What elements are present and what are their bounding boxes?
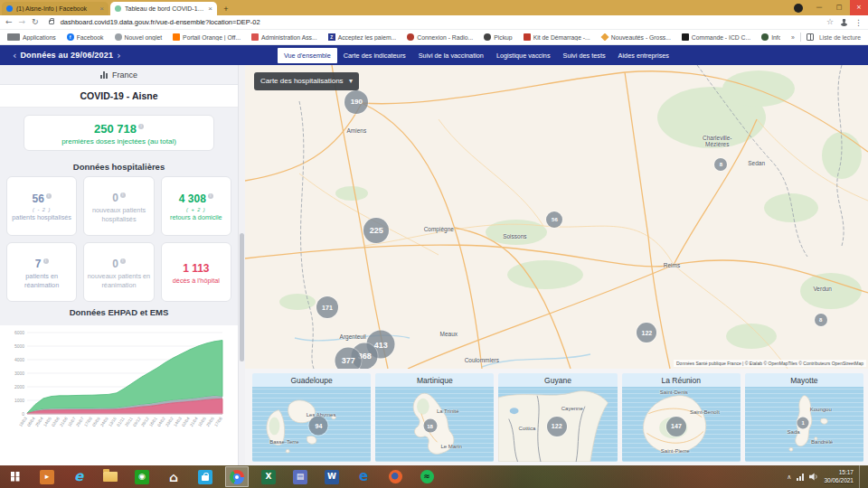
volume-icon[interactable] [809, 473, 818, 481]
system-tray: ∧ 15:17 30/06/2021 [787, 465, 864, 488]
map-bubble[interactable]: 122 [637, 323, 656, 343]
sidebar-scrollbar[interactable] [238, 65, 245, 465]
browser-titlebar: (1) Aisne-Info | Facebook×Tableau de bor… [0, 0, 868, 15]
map-bubble[interactable]: 190 [344, 90, 368, 114]
tab-vue-d-ensemble[interactable]: Vue d'ensemble [278, 48, 337, 63]
info-icon[interactable]: i [120, 192, 126, 198]
network-icon[interactable] [797, 474, 804, 481]
tab-logistique-vaccins[interactable]: Logistique vaccins [490, 48, 557, 63]
info-icon[interactable]: i [43, 258, 49, 264]
main-map[interactable]: AmiensCompiègneSoissonsReimsCharleville-… [245, 65, 868, 369]
overseas-map-body[interactable]: Les AbymesBasse-Terre94 [252, 387, 371, 462]
edge-icon[interactable]: e [352, 466, 375, 487]
excel-icon[interactable]: X [257, 466, 280, 487]
bookmark-star-icon[interactable]: ☆ [826, 18, 834, 26]
overseas-map-body[interactable]: CayenneCottica122 [498, 387, 617, 462]
browser-tab[interactable]: Tableau de bord COVID-19 Suivi× [110, 2, 217, 15]
bookmark-item[interactable]: Portail Orange | Off... [173, 33, 241, 41]
map-bubble[interactable]: 18 [423, 419, 437, 433]
minimize-button[interactable]: — [810, 0, 828, 15]
profile-avatar[interactable] [794, 4, 803, 13]
map-bubble[interactable]: 122 [547, 417, 567, 436]
info-icon[interactable]: i [208, 193, 213, 199]
current-date-label: Données au 29/06/2021 [20, 51, 113, 60]
next-date-button[interactable]: › [113, 51, 124, 61]
tab-suivi-de-la-vaccination[interactable]: Suivi de la vaccination [412, 48, 490, 63]
profile-icon[interactable] [840, 18, 848, 26]
map-city-label: Charleville-Mézières [694, 135, 740, 147]
tab-close-icon[interactable]: × [208, 5, 212, 13]
photos-app-icon[interactable]: ◉ [130, 466, 154, 487]
video-app-icon[interactable]: ▸ [35, 466, 59, 487]
map-layer-selector[interactable]: Carte des hospitalisations ▾ [254, 72, 359, 90]
info-icon[interactable]: i [138, 124, 144, 129]
word-icon[interactable]: W [320, 466, 344, 487]
store-icon[interactable] [193, 466, 217, 487]
browser-tab[interactable]: (1) Aisne-Info | Facebook× [2, 2, 108, 15]
bookmark-favicon: Z [328, 33, 335, 41]
overseas-map-body[interactable]: La TrinitéLe Marin18 [375, 387, 494, 462]
internet-explorer-icon[interactable]: e [67, 466, 90, 487]
overseas-map-mayotte[interactable]: MayotteKoungouSadaBandrélé1 [745, 373, 863, 462]
bookmark-item[interactable]: Connexion - Radio... [407, 33, 473, 41]
back-icon[interactable]: ← [5, 18, 13, 26]
overseas-map-guadeloupe[interactable]: GuadeloupeLes AbymesBasse-Terre94 [252, 373, 371, 462]
ehpad-section-title: Données EHPAD et EMS [0, 302, 238, 322]
firefox-icon[interactable] [383, 466, 407, 487]
url-field[interactable]: dashboard.covid19.data.gouv.fr/vue-d-ens… [61, 18, 820, 26]
forward-icon[interactable]: → [19, 18, 26, 26]
tab-carte-des-indicateurs[interactable]: Carte des indicateurs [337, 48, 412, 63]
tab-suivi-des-tests[interactable]: Suivi des tests [557, 48, 612, 63]
overseas-map-la-r-union[interactable]: La RéunionSaint-DenisSaint-BenoîtSaint-P… [622, 373, 741, 462]
map-bubble[interactable]: 377 [335, 347, 362, 369]
bookmark-item[interactable]: Applications [7, 33, 56, 41]
close-button[interactable]: × [850, 0, 868, 15]
bookmark-item[interactable]: fFacebook [67, 33, 104, 41]
overseas-map-martinique[interactable]: MartiniqueLa TrinitéLe Marin18 [375, 373, 494, 462]
bookmark-item[interactable]: ZAcceptez les paiem... [328, 33, 397, 41]
taskbar-clock[interactable]: 15:17 30/06/2021 [824, 469, 854, 485]
chrome-icon[interactable] [225, 466, 249, 487]
refresh-icon[interactable]: ↻ [32, 18, 39, 26]
bookmark-item[interactable]: Nouvel onglet [115, 33, 163, 41]
map-bubble[interactable]: 171 [316, 296, 338, 318]
start-button[interactable] [4, 466, 27, 487]
spotify-icon[interactable]: ≈ [415, 466, 439, 487]
map-bubble[interactable]: 56 [546, 211, 562, 228]
map-bubble[interactable]: 147 [666, 417, 686, 436]
new-tab-button[interactable]: + [220, 4, 232, 15]
previous-date-button[interactable]: ‹ [9, 51, 20, 61]
info-icon[interactable]: i [46, 193, 52, 199]
region-selector[interactable]: France [0, 65, 238, 85]
info-icon[interactable]: i [120, 258, 126, 264]
page-title: COVID-19 - Aisne [0, 85, 238, 108]
bookmark-item[interactable]: Informations sur les... [761, 33, 780, 41]
restore-button[interactable]: □ [830, 0, 848, 15]
bookmark-item[interactable]: Pickup [484, 33, 512, 41]
bookmark-item[interactable]: Kit de Démarrage -... [524, 33, 590, 41]
show-desktop-button[interactable] [859, 465, 863, 488]
bookmark-item[interactable]: Commande - ICD C... [682, 33, 750, 41]
bookmarks-overflow-icon[interactable]: » [791, 34, 795, 41]
map-bubble[interactable]: 8 [815, 314, 827, 326]
stat-card: 56i( - 2 )patients hospitalisés [6, 176, 77, 236]
map-bubble[interactable]: 225 [363, 218, 389, 243]
bookmark-item[interactable]: Nouveautés - Gross... [601, 33, 671, 41]
tray-expand-icon[interactable]: ∧ [787, 474, 791, 481]
map-bubble[interactable]: 94 [309, 417, 328, 436]
tab-close-icon[interactable]: × [99, 5, 104, 13]
overseas-map-guyane[interactable]: GuyaneCayenneCottica122 [498, 373, 617, 462]
reading-list-button[interactable]: Liste de lecture [819, 34, 861, 41]
lock-icon [49, 20, 54, 24]
bookmark-item[interactable]: Administration Ass... [251, 33, 317, 41]
tab-aides-entreprises[interactable]: Aides entreprises [612, 48, 675, 63]
scrollbar-thumb[interactable] [240, 233, 244, 361]
map-bubble[interactable]: 8 [714, 158, 727, 171]
reader-app-icon[interactable]: ▤ [288, 466, 312, 487]
file-explorer-icon[interactable] [99, 466, 122, 487]
home-app-icon[interactable]: ⌂ [162, 466, 185, 487]
overseas-map-body[interactable]: Saint-DenisSaint-BenoîtSaint-Pierre147 [622, 387, 741, 462]
map-bubble[interactable]: 1 [797, 417, 809, 428]
menu-icon[interactable]: ⋮ [854, 18, 863, 27]
overseas-map-body[interactable]: KoungouSadaBandrélé1 [745, 387, 863, 462]
